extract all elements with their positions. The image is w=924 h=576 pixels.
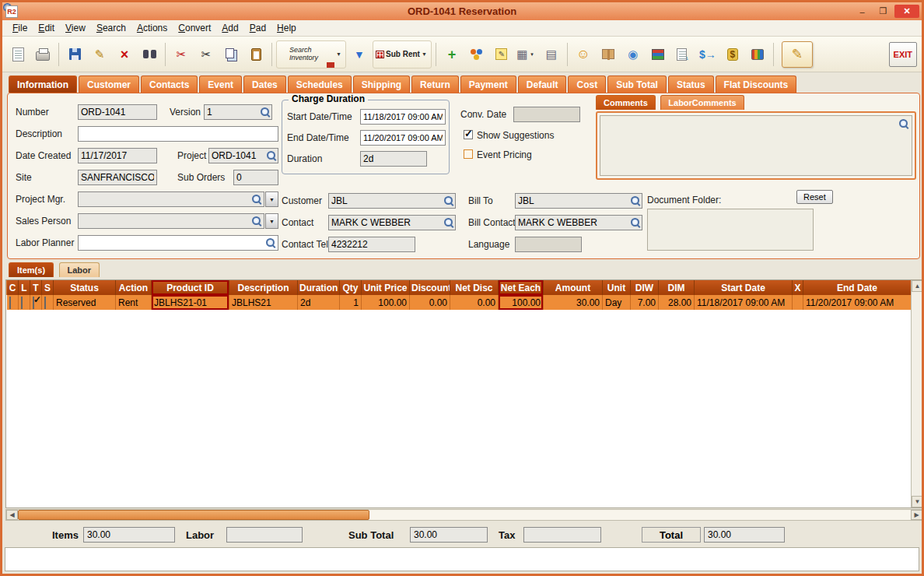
cell-end-date[interactable]: 11/20/2017 09:00 AM <box>803 295 912 310</box>
sub-rent-button[interactable]: Sub Rent ▼ <box>373 40 432 68</box>
tab-sub-total[interactable]: Sub Total <box>607 76 667 93</box>
col-end-date[interactable]: End Date <box>803 280 912 295</box>
col-dim[interactable]: DIM <box>659 280 695 295</box>
cell-t[interactable] <box>30 295 42 310</box>
duration-field[interactable] <box>360 151 427 167</box>
col-start-date[interactable]: Start Date <box>695 280 793 295</box>
maximize-button[interactable]: ❒ <box>873 5 893 18</box>
cell-status[interactable]: Reserved <box>54 295 116 310</box>
cell-x[interactable] <box>793 295 803 310</box>
tab-schedules[interactable]: Schedules <box>288 76 352 93</box>
edit-button[interactable]: ✎ <box>88 40 111 68</box>
menu-search[interactable]: Search <box>91 21 131 35</box>
reports-button[interactable] <box>646 40 670 68</box>
cone-button[interactable]: ▼ <box>348 40 371 68</box>
menu-add[interactable]: Add <box>216 21 243 35</box>
tab-labor-comments[interactable]: LaborComments <box>660 95 744 110</box>
sales-person-dropdown-button[interactable]: ▼ <box>265 213 278 229</box>
tab-dates[interactable]: Dates <box>243 76 286 93</box>
scrollbar-thumb[interactable] <box>18 510 369 520</box>
save-button[interactable] <box>63 40 86 68</box>
conv-date-field[interactable] <box>513 107 580 122</box>
grid-view-button[interactable]: ▦▾ <box>515 40 538 68</box>
cell-unit-price[interactable]: 100.00 <box>362 295 410 310</box>
col-diw[interactable]: DIW <box>631 280 659 295</box>
tab-flat-discounts[interactable]: Flat Discounts <box>716 76 797 93</box>
customer-search-icon[interactable] <box>443 195 453 205</box>
cell-c[interactable] <box>7 295 19 310</box>
tab-items[interactable]: Item(s) <box>9 262 54 277</box>
cut-button[interactable]: ✂ <box>194 40 218 68</box>
col-net-disc[interactable]: Net Disc <box>450 280 499 295</box>
date-created-field[interactable] <box>78 148 157 163</box>
cell-description[interactable]: JBLHS21 <box>229 295 298 310</box>
col-qty[interactable]: Qty <box>340 280 362 295</box>
contact-tel-field[interactable] <box>328 237 415 252</box>
tab-payment[interactable]: Payment <box>460 76 516 93</box>
cell-dim[interactable]: 28.00 <box>659 295 695 310</box>
sub-rent-dropdown-icon[interactable]: ▼ <box>420 41 429 68</box>
menu-file[interactable]: File <box>7 21 33 35</box>
tab-shipping[interactable]: Shipping <box>353 76 410 93</box>
event-pricing-checkbox[interactable] <box>464 149 473 159</box>
export-dollar-button[interactable]: $→ <box>696 40 719 68</box>
col-status[interactable]: Status <box>54 280 116 295</box>
customer-field[interactable] <box>328 193 456 209</box>
col-unit-price[interactable]: Unit Price <box>362 280 410 295</box>
labor-planner-search-icon[interactable] <box>265 237 275 248</box>
grid-dropdown-icon[interactable]: ▾ <box>527 47 536 62</box>
tab-status[interactable]: Status <box>668 76 714 93</box>
tab-contacts[interactable]: Contacts <box>141 76 198 93</box>
cell-action[interactable]: Rent <box>116 295 152 310</box>
scroll-right-icon[interactable]: ▶ <box>911 510 922 520</box>
paste-button[interactable] <box>244 40 268 68</box>
end-date-field[interactable] <box>360 130 446 146</box>
labor-planner-field[interactable] <box>78 235 278 251</box>
col-x[interactable]: X <box>793 280 803 295</box>
reset-button[interactable]: Reset <box>796 190 833 204</box>
comments-textarea[interactable] <box>600 115 912 176</box>
close-button[interactable]: ✕ <box>894 5 919 18</box>
tab-labor[interactable]: Labor <box>59 262 100 277</box>
cell-l[interactable] <box>19 295 30 310</box>
menu-help[interactable]: Help <box>271 21 302 35</box>
col-product-id[interactable]: Product ID <box>152 280 229 295</box>
menu-convert[interactable]: Convert <box>173 21 216 35</box>
bill-contact-search-icon[interactable] <box>630 217 640 227</box>
description-field[interactable] <box>78 126 278 142</box>
search-inventory-button[interactable]: Search Inventory ▼ <box>276 40 346 68</box>
col-c[interactable]: C <box>7 280 19 295</box>
version-search-icon[interactable] <box>260 107 270 117</box>
package-button[interactable] <box>597 40 620 68</box>
project-mgr-field[interactable] <box>78 191 264 207</box>
kit-button[interactable] <box>465 40 488 68</box>
purchase-button[interactable] <box>746 40 769 68</box>
cell-amount[interactable]: 30.00 <box>544 295 603 310</box>
print-button[interactable] <box>31 40 54 68</box>
notes-button[interactable]: ✎ <box>490 40 513 68</box>
add-item-button[interactable]: + <box>440 40 464 68</box>
document-folder-box[interactable] <box>647 209 814 251</box>
col-action[interactable]: Action <box>116 280 152 295</box>
cell-net-disc[interactable]: 0.00 <box>450 295 499 310</box>
menu-view[interactable]: View <box>60 21 91 35</box>
cell-duration[interactable]: 2d <box>298 295 340 310</box>
comments-search-icon[interactable] <box>898 118 908 128</box>
col-net-each[interactable]: Net Each <box>499 280 544 295</box>
c-checkbox[interactable] <box>9 297 11 309</box>
disk-button[interactable]: ◉ <box>621 40 645 68</box>
menu-pad[interactable]: Pad <box>244 21 271 35</box>
sub-orders-field[interactable] <box>233 170 278 185</box>
customer-service-button[interactable]: ☺ <box>572 40 595 68</box>
item-row[interactable]: Reserved Rent JBLHS21-01 JBLHS21 2d 1 10… <box>7 295 912 310</box>
copy-button[interactable] <box>219 40 243 68</box>
print-list-button[interactable]: ▤ <box>540 40 563 68</box>
start-date-field[interactable] <box>360 109 446 125</box>
menu-edit[interactable]: Edit <box>33 21 60 35</box>
tab-default[interactable]: Default <box>518 76 567 93</box>
cell-diw[interactable]: 7.00 <box>631 295 659 310</box>
col-t[interactable]: T <box>30 280 42 295</box>
cell-product-id[interactable]: JBLHS21-01 <box>152 295 229 310</box>
contact-field[interactable] <box>328 215 456 230</box>
col-discount[interactable]: Discount <box>410 280 450 295</box>
